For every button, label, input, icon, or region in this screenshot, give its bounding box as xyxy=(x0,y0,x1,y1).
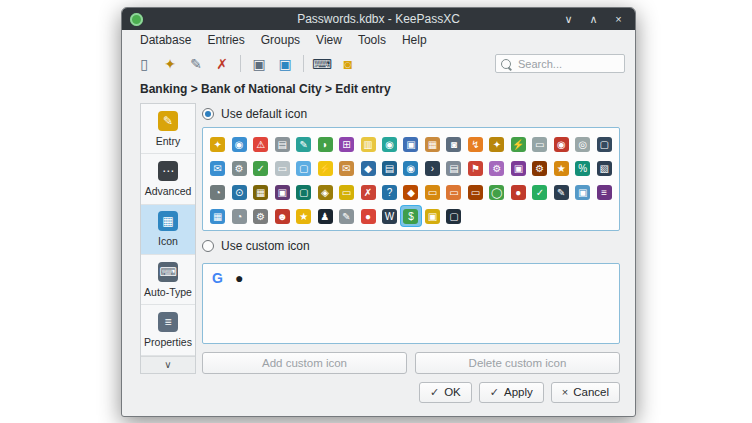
default-icon-66[interactable]: $ xyxy=(401,206,421,226)
default-icon-64[interactable]: ● xyxy=(358,206,378,226)
default-icon-0[interactable]: ✦ xyxy=(208,134,228,154)
default-icon-17[interactable]: ◎ xyxy=(573,134,593,154)
sidebar-item-auto-type[interactable]: ⌨Auto-Type xyxy=(141,255,195,305)
sidebar-scroll-down-button[interactable]: ∨ xyxy=(141,356,195,373)
default-icon-31[interactable]: ⚑ xyxy=(465,158,485,178)
default-icon-52[interactable]: ● xyxy=(508,182,528,202)
default-icon-59[interactable]: ⚙ xyxy=(251,206,271,226)
default-icon-50[interactable]: ▭ xyxy=(465,182,485,202)
default-icon-35[interactable]: ★ xyxy=(551,158,571,178)
search-box[interactable] xyxy=(495,54,625,73)
default-icon-47[interactable]: ◆ xyxy=(401,182,421,202)
default-icon-19[interactable]: ✉ xyxy=(208,158,228,178)
new-entry-button[interactable]: ▯ xyxy=(132,52,156,76)
default-icon-1[interactable]: ◉ xyxy=(229,134,249,154)
default-icon-25[interactable]: ✉ xyxy=(337,158,357,178)
default-icon-39[interactable]: ⊙ xyxy=(229,182,249,202)
default-icon-15[interactable]: ▭ xyxy=(530,134,550,154)
menu-database[interactable]: Database xyxy=(132,31,199,49)
sidebar-item-entry[interactable]: ✎Entry xyxy=(141,104,195,154)
cancel-button[interactable]: × Cancel xyxy=(551,382,620,403)
default-icon-55[interactable]: ▣ xyxy=(573,182,593,202)
edit-entry-button[interactable]: ✎ xyxy=(184,52,208,76)
google-icon[interactable]: G xyxy=(212,271,223,285)
default-icon-26[interactable]: ◆ xyxy=(358,158,378,178)
sidebar-item-properties[interactable]: ≡Properties xyxy=(141,305,195,355)
default-icon-41[interactable]: ▣ xyxy=(272,182,292,202)
default-icon-54[interactable]: ✎ xyxy=(551,182,571,202)
default-icon-14[interactable]: ⚡ xyxy=(508,134,528,154)
default-icon-62[interactable]: ♟ xyxy=(315,206,335,226)
default-icon-20[interactable]: ⚙ xyxy=(229,158,249,178)
copy-password-button[interactable]: ▣ xyxy=(273,52,297,76)
default-icon-57[interactable]: ▦ xyxy=(208,206,228,226)
default-icon-10[interactable]: ▦ xyxy=(422,134,442,154)
default-icon-58[interactable]: ◔ xyxy=(229,206,249,226)
default-icon-61[interactable]: ★ xyxy=(294,206,314,226)
default-icon-37[interactable]: ▧ xyxy=(594,158,614,178)
default-icon-67[interactable]: ▣ xyxy=(422,206,442,226)
default-icon-45[interactable]: ✗ xyxy=(358,182,378,202)
menu-entries[interactable]: Entries xyxy=(199,31,252,49)
menu-groups[interactable]: Groups xyxy=(253,31,308,49)
default-icon-3[interactable]: ▤ xyxy=(272,134,292,154)
use-default-icon-radio[interactable]: Use default icon xyxy=(202,105,620,123)
default-icon-38[interactable]: ◔ xyxy=(208,182,228,202)
sidebar-item-advanced[interactable]: ⋯Advanced xyxy=(141,154,195,204)
autotype-button[interactable]: ⌨ xyxy=(310,52,334,76)
default-icon-12[interactable]: ↯ xyxy=(465,134,485,154)
menu-help[interactable]: Help xyxy=(394,31,435,49)
default-icon-49[interactable]: ▭ xyxy=(444,182,464,202)
default-icon-44[interactable]: ▭ xyxy=(337,182,357,202)
default-icon-9[interactable]: ▣ xyxy=(401,134,421,154)
default-icon-51[interactable]: ◯ xyxy=(487,182,507,202)
default-icon-4[interactable]: ✎ xyxy=(294,134,314,154)
use-custom-icon-radio[interactable]: Use custom icon xyxy=(202,237,620,255)
default-icon-56[interactable]: ≡ xyxy=(594,182,614,202)
default-icon-7[interactable]: ▥ xyxy=(358,134,378,154)
apply-button[interactable]: ✓ Apply xyxy=(479,382,544,403)
default-icon-13[interactable]: ✦ xyxy=(487,134,507,154)
delete-custom-icon-button[interactable]: Delete custom icon xyxy=(415,352,620,374)
default-icon-18[interactable]: ▢ xyxy=(594,134,614,154)
lock-database-button[interactable]: ◙ xyxy=(336,52,360,76)
default-icon-63[interactable]: ✎ xyxy=(337,206,357,226)
close-button[interactable]: × xyxy=(612,13,625,26)
add-entry-button[interactable]: ✦ xyxy=(158,52,182,76)
copy-username-button[interactable]: ▣ xyxy=(247,52,271,76)
default-icon-65[interactable]: W xyxy=(380,206,400,226)
default-icon-42[interactable]: ▢ xyxy=(294,182,314,202)
default-icon-11[interactable]: ◙ xyxy=(444,134,464,154)
minimize-button[interactable]: ∨ xyxy=(562,13,575,26)
default-icon-34[interactable]: ⚙ xyxy=(530,158,550,178)
default-icon-43[interactable]: ◈ xyxy=(315,182,335,202)
delete-entry-button[interactable]: ✗ xyxy=(210,52,234,76)
default-icon-29[interactable]: › xyxy=(422,158,442,178)
default-icon-2[interactable]: ⚠ xyxy=(251,134,271,154)
github-icon[interactable]: ● xyxy=(235,271,243,285)
default-icon-53[interactable]: ✓ xyxy=(530,182,550,202)
titlebar[interactable]: Passwords.kdbx - KeePassXC ∨ ∧ × xyxy=(122,8,635,30)
default-icon-30[interactable]: ▤ xyxy=(444,158,464,178)
menu-view[interactable]: View xyxy=(308,31,350,49)
menu-tools[interactable]: Tools xyxy=(350,31,394,49)
default-icon-27[interactable]: ▤ xyxy=(380,158,400,178)
default-icon-24[interactable]: ⚡ xyxy=(315,158,335,178)
search-input[interactable] xyxy=(516,57,619,71)
maximize-button[interactable]: ∧ xyxy=(587,13,600,26)
default-icon-8[interactable]: ◉ xyxy=(380,134,400,154)
default-icon-40[interactable]: ▦ xyxy=(251,182,271,202)
default-icon-6[interactable]: ⊞ xyxy=(337,134,357,154)
sidebar-item-icon[interactable]: ▦Icon xyxy=(141,205,195,255)
default-icon-5[interactable]: ◗ xyxy=(315,134,335,154)
default-icon-48[interactable]: ▭ xyxy=(422,182,442,202)
default-icon-23[interactable]: ▢ xyxy=(294,158,314,178)
default-icon-22[interactable]: ▭ xyxy=(272,158,292,178)
default-icon-16[interactable]: ◉ xyxy=(551,134,571,154)
add-custom-icon-button[interactable]: Add custom icon xyxy=(202,352,407,374)
default-icon-33[interactable]: ▣ xyxy=(508,158,528,178)
ok-button[interactable]: ✓ OK xyxy=(419,382,472,403)
default-icon-36[interactable]: % xyxy=(573,158,593,178)
default-icon-32[interactable]: ⚙ xyxy=(487,158,507,178)
default-icon-21[interactable]: ✓ xyxy=(251,158,271,178)
